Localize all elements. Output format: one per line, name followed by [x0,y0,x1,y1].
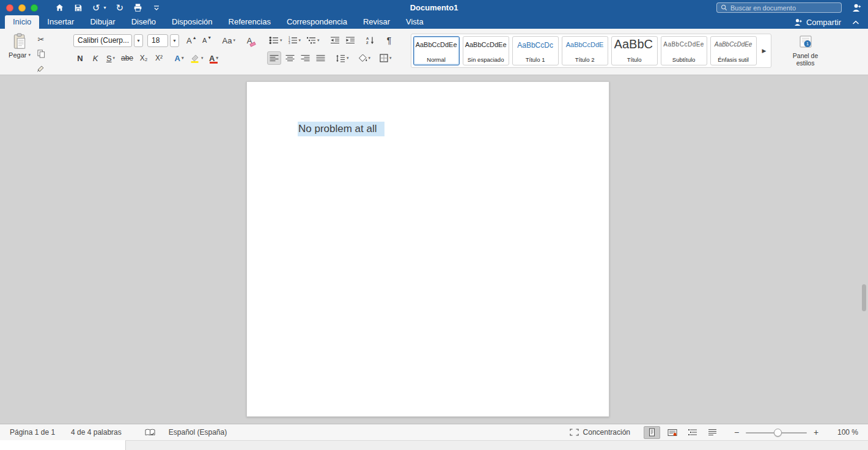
underline-dropdown-icon: ▾ [113,56,116,61]
change-case-dropdown-icon: ▾ [234,38,236,43]
font-color-button[interactable]: A▾ [207,51,221,65]
print-icon[interactable] [133,3,142,12]
tab-diseno[interactable]: Diseño [123,15,164,29]
format-painter-button[interactable] [34,64,48,73]
share-button[interactable]: Compartir [793,18,841,27]
show-formatting-marks-button[interactable]: ¶ [383,34,396,47]
proofing-status-icon[interactable] [145,429,155,437]
status-bar: Página 1 de 1 4 de 4 palabras Español (E… [0,424,868,440]
save-icon[interactable] [74,4,83,12]
zoom-out-button[interactable]: − [733,427,740,437]
svg-text:1: 1 [806,41,808,46]
tab-disposicion[interactable]: Disposición [164,15,220,29]
style-label: Normal [414,56,459,63]
font-name-dropdown[interactable]: ▾ [134,34,143,47]
numbering-button[interactable]: 123 ▾ [286,34,303,47]
style-label: Énfasis sutil [711,56,756,63]
multilevel-list-button[interactable]: ▾ [304,34,322,47]
tab-dibujar[interactable]: Dibujar [82,15,123,29]
decrease-indent-button[interactable] [328,34,342,47]
paste-button[interactable]: Pegar ▾ [5,29,34,73]
draft-view-button[interactable] [704,426,721,439]
font-name-combo[interactable]: Calibri (Cuerp... [73,34,132,47]
shrink-arrow-icon: ▼ [207,35,211,40]
tab-insertar[interactable]: Insertar [39,15,82,29]
grow-font-button[interactable]: A▲ [185,34,199,47]
document-area: No problem at all [0,75,868,424]
cut-button[interactable]: ✂ [34,34,48,44]
italic-button[interactable]: K [89,51,102,65]
word-count[interactable]: 4 de 4 palabras [71,428,122,437]
redo-icon[interactable]: ↻ [116,3,124,12]
align-center-button[interactable] [283,51,296,65]
scissors-icon: ✂ [38,35,45,44]
paste-dropdown-icon: ▾ [28,53,31,57]
web-layout-view-button[interactable] [664,426,680,439]
zoom-slider-knob[interactable] [774,429,782,437]
style-titulo-1[interactable]: AaBbCcDc Título 1 [512,36,559,65]
user-icon[interactable] [851,3,862,12]
clear-formatting-button[interactable]: A [243,34,256,47]
highlight-button[interactable]: ▾ [188,51,205,65]
tab-correspondencia[interactable]: Correspondencia [279,15,355,29]
search-input[interactable] [730,4,837,12]
sort-icon: AZ [366,36,375,45]
zoom-slider[interactable] [746,429,807,437]
superscript-button[interactable]: X² [152,51,166,65]
page-count[interactable]: Página 1 de 1 [10,428,55,437]
strikethrough-button[interactable]: abe [119,51,135,65]
font-size-combo[interactable]: 18 [147,34,168,47]
tab-inicio[interactable]: Inicio [5,15,39,29]
language-indicator[interactable]: Español (España) [169,428,227,437]
increase-indent-button[interactable] [344,34,357,47]
underline-button[interactable]: S▾ [104,51,117,65]
tab-revisar[interactable]: Revisar [355,15,398,29]
collapse-ribbon-icon[interactable] [852,20,859,25]
change-case-button[interactable]: Aa▾ [221,34,237,47]
zoom-level[interactable]: 100 % [834,428,858,437]
style-titulo[interactable]: AaBbC Título [611,36,658,65]
home-icon[interactable] [55,3,64,12]
zoom-in-button[interactable]: + [812,427,820,437]
style-label: Sin espaciado [463,56,509,63]
text-effects-button[interactable]: A▾ [172,51,186,65]
align-left-button[interactable] [267,51,281,65]
style-sample: AaBbC [614,37,656,51]
focus-mode-button[interactable]: Concentración [570,428,630,437]
styles-pane-button[interactable]: 1 Panel de estilos [781,29,830,67]
quick-access-toolbar: ↺ ▾ ↻ [55,3,161,12]
bold-button[interactable]: N [73,51,87,65]
outline-view-button[interactable] [684,426,701,439]
selected-text[interactable]: No problem at all [298,122,384,136]
style-label: Título 1 [513,56,558,63]
line-spacing-button[interactable]: ▾ [334,51,351,65]
bullets-button[interactable]: ▾ [267,34,284,47]
copy-button[interactable] [34,49,48,59]
align-right-button[interactable] [298,51,312,65]
document-text[interactable]: No problem at all [298,123,384,135]
document-page[interactable]: No problem at all [246,81,609,417]
more-commands-icon[interactable] [152,4,161,12]
web-layout-icon [668,429,677,437]
shading-button[interactable]: ▾ [356,51,373,65]
sort-button[interactable]: AZ [364,34,377,47]
search-box[interactable] [716,2,842,13]
tab-referencias[interactable]: Referencias [221,15,279,29]
style-enfasis-sutil[interactable]: AaBbCcDdEe Énfasis sutil [710,36,757,65]
style-normal[interactable]: AaBbCcDdEe Normal [413,36,460,65]
undo-icon[interactable]: ↺ [92,3,100,12]
style-subtitulo[interactable]: AaBbCcDdEe Subtítulo [661,36,707,65]
style-sin-espaciado[interactable]: AaBbCcDdEe Sin espaciado [463,36,509,65]
borders-button[interactable]: ▾ [378,51,394,65]
style-titulo-2[interactable]: AaBbCcDdE Título 2 [562,36,608,65]
undo-dropdown-icon[interactable]: ▾ [104,6,106,10]
font-size-dropdown[interactable]: ▾ [170,34,179,47]
subscript-button[interactable]: X₂ [137,51,150,65]
print-layout-view-button[interactable] [644,426,660,439]
shrink-font-button[interactable]: A▼ [200,34,214,47]
justify-button[interactable] [314,51,327,65]
multilevel-dropdown-icon: ▾ [317,38,320,43]
styles-gallery-more-button[interactable]: ▶ [760,36,769,65]
vertical-scrollbar-thumb[interactable] [862,284,866,311]
tab-vista[interactable]: Vista [398,15,432,29]
